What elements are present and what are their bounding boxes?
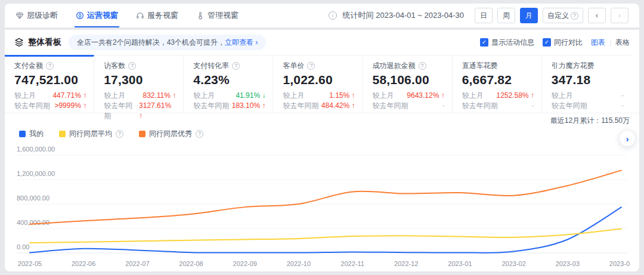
prev-period-button[interactable]: ‹: [588, 8, 606, 23]
help-icon[interactable]: ?: [116, 130, 123, 138]
metric-card[interactable]: 支付转化率 ? 4.23% 较上月 41.91% ↓ 较去年同期 183.10%…: [184, 55, 273, 113]
yoy-label: 较去年同期: [462, 101, 498, 111]
help-icon: ?: [571, 12, 578, 20]
mom-percent: 447.71%: [52, 91, 80, 100]
legend-item[interactable]: 我的: [19, 129, 44, 139]
metric-card[interactable]: 支付金额 ? 747,521.00 较上月 447.71% ↑ 较去年同期 >9…: [5, 55, 94, 113]
metric-value: 6,667.82: [462, 73, 534, 87]
legend-label: 同行同层优秀: [149, 129, 192, 139]
svg-text:2023-02: 2023-02: [501, 260, 525, 267]
yoy-row: 较去年同期 484.42% ↑: [283, 101, 355, 111]
mom-value: 447.71% ↑: [52, 91, 86, 101]
board-title: 整体看板: [14, 37, 61, 48]
overview-panel: 整体看板 全店一共有2个问题待解决，43个机会可提升， 立即查看 › ✓ 显示活…: [5, 30, 639, 271]
nav-label: 运营视窗: [87, 10, 118, 21]
metric-cards-row: 支付金额 ? 747,521.00 较上月 447.71% ↑ 较去年同期 >9…: [5, 55, 639, 113]
view-chart-tab[interactable]: 图表: [591, 38, 605, 48]
trend-arrow-icon: ↑: [262, 101, 265, 110]
gem-icon: [16, 11, 24, 20]
range-button[interactable]: 日: [475, 8, 493, 23]
metric-title: 成功退款金额: [373, 61, 416, 71]
primary-nav: 层级诊断 运营视窗 服务视窗 管理视窗: [16, 4, 239, 27]
mom-percent: -: [621, 91, 624, 100]
cards-scroll-next-button[interactable]: ›: [619, 130, 636, 147]
yoy-value: 3127.61% ↑: [139, 101, 176, 121]
mom-label: 较上月: [14, 91, 36, 101]
yoy-percent: -: [621, 101, 624, 110]
mom-label: 较上月: [193, 91, 215, 101]
stat-time-label: 统计时间: [343, 11, 374, 20]
help-icon[interactable]: ?: [196, 130, 203, 138]
mom-value: 41.91% ↓: [236, 91, 265, 101]
nav-item-service-view[interactable]: 服务视窗: [136, 4, 178, 27]
mom-value: 9643.12% ↑: [407, 91, 444, 101]
nav-item-management-view[interactable]: 管理视窗: [196, 4, 239, 27]
help-icon[interactable]: ?: [128, 62, 136, 70]
trend-line-chart: 0.00400,000.00800,000.001,200,000.001,60…: [14, 141, 630, 272]
svg-text:2022-05: 2022-05: [18, 260, 42, 267]
show-activity-checkbox[interactable]: ✓ 显示活动信息: [480, 38, 534, 48]
legend-item[interactable]: 同行同层优秀 ?: [139, 129, 203, 139]
metric-card[interactable]: 访客数 ? 17,300 较上月 832.11% ↑ 较去年同期 3127.61…: [94, 55, 184, 113]
help-icon[interactable]: ?: [419, 62, 426, 70]
yoy-percent: 484.42%: [321, 101, 349, 110]
nav-item-operation-view[interactable]: 运营视窗: [76, 4, 118, 27]
yoy-label: 较去年同期: [283, 101, 318, 111]
metric-card[interactable]: 引力魔方花费 347.18 较上月 - 较去年同期 -: [542, 55, 631, 113]
trend-arrow-icon: ↑: [441, 91, 445, 100]
svg-text:2022-11: 2022-11: [340, 260, 364, 267]
range-button[interactable]: 周: [497, 8, 515, 23]
yoy-percent: -: [532, 101, 534, 110]
svg-text:1,200,000.00: 1,200,000.00: [17, 170, 55, 177]
yoy-label: 较去年同期: [14, 101, 50, 111]
yoy-percent: 183.10%: [232, 101, 260, 110]
metric-card[interactable]: 成功退款金额 ? 58,106.00 较上月 9643.12% ↑ 较去年同期 …: [363, 55, 453, 113]
trend-arrow-icon: ↑: [83, 101, 86, 110]
metric-title: 引力魔方花费: [552, 61, 595, 71]
yoy-value: -: [621, 101, 624, 111]
mom-label: 较上月: [462, 91, 484, 101]
notice-link[interactable]: 立即查看 ›: [225, 38, 258, 48]
nav-item-level-diagnosis[interactable]: 层级诊断: [16, 4, 58, 27]
help-icon[interactable]: ?: [232, 62, 240, 70]
mom-row: 较上月 447.71% ↑: [14, 91, 86, 101]
headset-icon: [136, 11, 144, 20]
metric-card[interactable]: 客单价 ? 1,022.60 较上月 1.15% ↑ 较去年同期 484.42%…: [273, 55, 363, 113]
mom-value: -: [621, 91, 624, 101]
nav-label: 管理视窗: [208, 10, 239, 21]
trend-arrow-icon: ↑: [83, 91, 86, 100]
svg-text:2022-09: 2022-09: [233, 260, 257, 267]
yoy-value: >9999% ↑: [54, 101, 86, 111]
range-buttons: 日 周 月: [475, 8, 538, 23]
metric-value: 17,300: [104, 73, 176, 87]
checkbox-checked-icon[interactable]: ✓: [543, 38, 551, 47]
metric-card[interactable]: 直通车花费 6,667.82 较上月 1252.58% ↑ 较去年同期 -: [453, 55, 542, 113]
legend-label: 我的: [29, 129, 44, 139]
view-separator: |: [609, 38, 611, 47]
yoy-percent: 3127.61%: [139, 101, 171, 110]
mom-row: 较上月 9643.12% ↑: [373, 91, 445, 101]
yoy-row: 较去年同期 >9999% ↑: [14, 101, 86, 111]
metric-title: 访客数: [104, 61, 125, 71]
svg-text:2022-10: 2022-10: [287, 260, 311, 267]
next-period-button[interactable]: ›: [611, 8, 628, 23]
svg-text:2023-03: 2023-03: [556, 260, 580, 267]
yoy-percent: >9999%: [54, 101, 80, 110]
svg-text:0.00: 0.00: [17, 243, 29, 251]
yoy-value: -: [442, 101, 445, 111]
range-button[interactable]: 月: [520, 8, 538, 23]
yoy-row: 较去年同期 -: [373, 101, 445, 111]
nav-label: 层级诊断: [27, 10, 58, 21]
legend-item[interactable]: 同行同层平均 ?: [59, 129, 123, 139]
help-icon[interactable]: ?: [307, 62, 315, 70]
view-table-tab[interactable]: 表格: [615, 38, 630, 48]
mom-row: 较上月 1.15% ↑: [283, 91, 355, 101]
help-icon[interactable]: ?: [46, 62, 54, 70]
mom-value: 1252.58% ↑: [496, 91, 534, 101]
board-title-text: 整体看板: [28, 37, 61, 48]
custom-range-button[interactable]: 自定义 ?: [543, 8, 583, 23]
yoy-value: 183.10% ↑: [232, 101, 266, 111]
yoy-value: -: [532, 101, 534, 111]
peer-compare-checkbox[interactable]: ✓ 同行对比: [543, 38, 583, 48]
checkbox-checked-icon[interactable]: ✓: [480, 38, 488, 47]
